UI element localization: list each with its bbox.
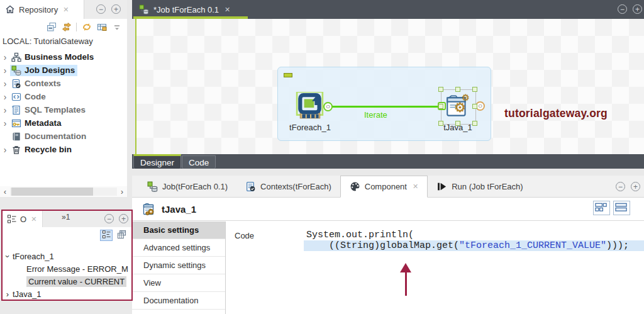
tab-view[interactable]: View — [132, 274, 225, 292]
collapse-chevron-icon[interactable]: › — [4, 251, 12, 261]
refresh-icon[interactable] — [81, 22, 92, 33]
maximize-button[interactable]: + — [111, 4, 121, 14]
maximize-button[interactable]: + — [633, 4, 642, 14]
tree-item-label: Business Models — [25, 52, 94, 62]
expand-chevron-icon[interactable]: › — [0, 79, 10, 88]
output-port[interactable]: O — [323, 102, 333, 111]
sidebar-item-job-designs[interactable]: › Job Designs — [0, 64, 127, 77]
minimize-button[interactable]: − — [618, 4, 627, 14]
sidebar-item-documentation[interactable]: Documentation — [0, 130, 127, 143]
sidebar-item-code[interactable]: › Code — [0, 90, 127, 103]
code-field-label: Code — [235, 231, 254, 240]
repository-settings-icon[interactable] — [96, 22, 107, 33]
job-icon — [138, 4, 149, 15]
editor-view-switcher: Designer Code — [132, 154, 644, 169]
tab-outline[interactable]: O ✕ — [3, 211, 43, 227]
component-node-tforeach[interactable] — [296, 92, 325, 121]
outline-tab-label: O — [20, 215, 26, 224]
tree-item-label: Recycle bin — [25, 145, 72, 154]
job-design-canvas[interactable]: O tForeach_1 Iterate ⚙ ⚙ I O tJava_1 tut… — [135, 19, 644, 154]
close-icon[interactable]: ✕ — [225, 6, 230, 14]
tree-view-toggle[interactable] — [100, 230, 113, 241]
outline-icon — [6, 214, 17, 225]
tree-item-label: Documentation — [25, 132, 86, 141]
close-icon[interactable]: ✕ — [31, 215, 36, 223]
tab-documentation[interactable]: Documentation — [132, 292, 225, 310]
expand-chevron-icon[interactable]: › — [0, 53, 10, 62]
horizontal-scrollbar[interactable]: ‹ › — [0, 186, 127, 197]
layout-mixed-button[interactable] — [593, 201, 610, 215]
sql-templates-icon — [11, 105, 21, 115]
minimize-button[interactable]: − — [96, 4, 106, 14]
iterate-connection-line[interactable] — [331, 106, 442, 108]
component-label-tforeach[interactable]: tForeach_1 — [282, 123, 338, 132]
tab-label: Job(tForEach 0.1) — [162, 182, 228, 191]
sidebar-item-business-models[interactable]: › Business Models — [0, 50, 127, 64]
tab-run[interactable]: Run (Job tForEach) — [428, 176, 531, 197]
selection-handle[interactable] — [455, 87, 460, 92]
maximize-button[interactable]: + — [631, 182, 640, 191]
code-editor[interactable]: System.out.println( ((String)globalMap.g… — [304, 230, 644, 251]
expand-chevron-icon[interactable]: › — [0, 66, 10, 75]
outline-item-tforeach[interactable]: › tForeach_1 — [3, 250, 131, 262]
component-node-tjava[interactable]: ⚙ ⚙ — [443, 92, 472, 121]
view-menu-icon[interactable] — [111, 22, 122, 33]
scrollbar-thumb[interactable] — [11, 188, 93, 196]
annotation-arrow-up — [399, 263, 412, 296]
expand-chevron-icon[interactable]: › — [0, 145, 10, 154]
expand-chevron-icon[interactable]: › — [0, 93, 10, 101]
tab-designer[interactable]: Designer — [133, 154, 181, 169]
layout-rows-button[interactable] — [613, 201, 630, 215]
scroll-right-icon[interactable]: › — [117, 188, 127, 196]
code-line-1[interactable]: System.out.println( — [304, 230, 644, 240]
repository-tab-label: Repository — [19, 5, 58, 14]
close-icon[interactable]: ✕ — [63, 6, 69, 14]
grid-view-toggle[interactable] — [115, 230, 128, 241]
job-designs-icon — [11, 65, 21, 76]
tab-code[interactable]: Code — [182, 155, 216, 169]
tab-contexts[interactable]: Contexts(tForEach) — [236, 176, 340, 197]
sidebar-item-recycle-bin[interactable]: › Recycle bin — [0, 143, 127, 156]
expand-chevron-icon[interactable]: › — [0, 119, 10, 128]
minimize-button[interactable]: − — [616, 182, 625, 191]
tab-job[interactable]: Job(tForEach 0.1) — [138, 176, 236, 197]
code-line-2[interactable]: ((String)globalMap.get("tForeach_1_CURRE… — [304, 240, 644, 251]
outline-view-toolbar — [100, 230, 128, 241]
selection-handle[interactable] — [438, 87, 443, 92]
selection-handle[interactable] — [472, 121, 477, 126]
settings-nav: Basic settings Advanced settings Dynamic… — [132, 221, 226, 314]
maximize-button[interactable]: + — [119, 214, 128, 223]
iterate-connection-label[interactable]: Iterate — [364, 110, 387, 120]
tab-basic-settings[interactable]: Basic settings — [132, 221, 225, 239]
sidebar-item-sql-templates[interactable]: › SQL Templates — [0, 103, 127, 116]
outline-item-error-message[interactable]: Error Message - ERROR_M — [3, 262, 131, 275]
outline-item-current-value[interactable]: Current value - CURRENT — [3, 275, 131, 288]
selection-handle[interactable] — [438, 104, 443, 109]
tab-dynamic-settings[interactable]: Dynamic settings — [132, 257, 225, 274]
metadata-icon — [11, 118, 21, 128]
selection-handle[interactable] — [438, 121, 443, 126]
expand-chevron-icon[interactable]: › — [0, 106, 10, 115]
sidebar-item-metadata[interactable]: › Metadata — [0, 116, 127, 130]
tree-item-label: SQL Templates — [25, 105, 86, 115]
scrollbar-track[interactable] — [10, 188, 117, 196]
outline-item-tjava[interactable]: › tJava_1 — [3, 288, 131, 300]
sidebar-item-contexts[interactable]: › Contexts — [0, 77, 127, 90]
tab-advanced-settings[interactable]: Advanced settings — [132, 239, 225, 257]
tab-repository[interactable]: Repository ✕ — [0, 0, 84, 19]
scroll-left-icon[interactable]: ‹ — [0, 188, 10, 196]
selection-handle[interactable] — [455, 121, 460, 126]
tab-component[interactable]: Component ✕ — [340, 176, 428, 198]
repository-tree: › Business Models › Job Designs › Contex… — [0, 50, 127, 156]
job-icon — [147, 181, 158, 192]
close-icon[interactable]: ✕ — [413, 182, 418, 191]
collapse-all-icon[interactable] — [46, 22, 57, 33]
minimize-button[interactable]: − — [104, 214, 114, 223]
view-overflow-indicator[interactable]: »1 — [62, 213, 70, 221]
selection-handle[interactable] — [472, 104, 477, 109]
import-export-icon[interactable] — [61, 22, 72, 33]
selection-handle[interactable] — [472, 87, 477, 92]
contexts-icon — [11, 79, 21, 89]
outline-item-label: Error Message - ERROR_M — [26, 264, 128, 274]
expand-chevron-icon[interactable]: › — [3, 290, 13, 298]
